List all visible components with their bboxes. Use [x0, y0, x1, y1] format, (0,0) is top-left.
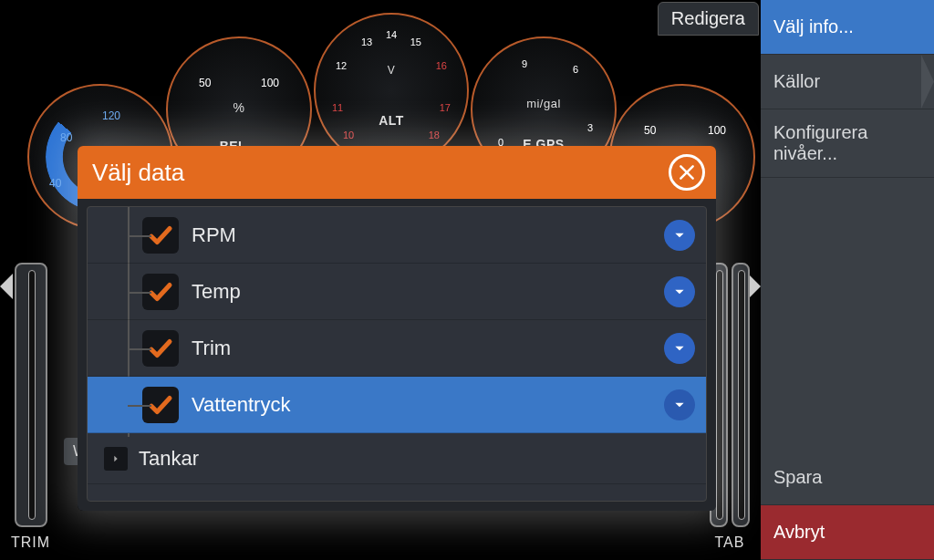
gauge-tick: 100: [708, 124, 726, 137]
list-item-vattentryck[interactable]: Vattentryck: [88, 377, 706, 433]
gauge-tick: 80: [60, 131, 72, 144]
check-icon: [147, 278, 174, 306]
data-list[interactable]: RPM Temp: [87, 206, 707, 502]
app-stage: PSI 40 80 120 % BEL... 50 100 V ALT 10 1…: [0, 0, 934, 560]
sidebar-item-label: Avbryt: [773, 522, 825, 543]
tab-bar-label: TAB: [715, 534, 745, 551]
gauge-tick: 40: [49, 177, 61, 190]
checkbox[interactable]: [142, 330, 179, 367]
dropdown-button[interactable]: [664, 220, 695, 251]
trim-bar[interactable]: [15, 263, 47, 527]
chevron-right-icon: [111, 454, 120, 463]
gauge-tick: 17: [440, 102, 451, 113]
trim-bar-group: TRIM: [11, 263, 50, 551]
dialog-header: Välj data: [78, 146, 716, 199]
check-icon: [147, 391, 174, 419]
dialog-title: Välj data: [92, 159, 184, 187]
cancel-button[interactable]: Avbryt: [761, 505, 934, 560]
save-button[interactable]: Spara: [761, 451, 934, 505]
checkbox[interactable]: [142, 217, 179, 254]
dropdown-button[interactable]: [664, 333, 695, 364]
scroll-right-icon[interactable]: [748, 274, 761, 299]
expand-button[interactable]: [104, 447, 128, 471]
gauge-tick: 18: [429, 130, 440, 140]
chevron-down-icon: [673, 342, 686, 355]
chevron-down-icon: [673, 285, 686, 298]
dropdown-button[interactable]: [664, 276, 695, 307]
gauge-tick: 15: [410, 36, 421, 47]
gauge-tick: 16: [436, 60, 447, 71]
gauge-alt: V ALT 10 11 12 13 14 15 16 17 18: [314, 13, 469, 168]
gauge-tick: 11: [332, 102, 343, 113]
list-item-label: Vattentryck: [192, 393, 664, 417]
checkbox[interactable]: [142, 387, 179, 423]
chevron-down-icon: [673, 229, 686, 242]
gauge-alt-label: ALT: [316, 113, 467, 128]
dialog-body: RPM Temp: [78, 199, 716, 511]
list-item-temp[interactable]: Temp: [88, 264, 706, 320]
close-button[interactable]: [669, 154, 705, 191]
sidebar-item-kallor[interactable]: Källor: [761, 55, 934, 109]
gauge-unit: %: [168, 100, 310, 115]
gauge-tick: 14: [316, 29, 467, 40]
sidebar-item-valj-info[interactable]: Välj info...: [761, 0, 934, 55]
gauge-tick: 9: [522, 58, 527, 69]
gauge-tick: 120: [102, 109, 120, 122]
sidebar-item-label: Välj info...: [773, 16, 854, 37]
edit-tab[interactable]: Redigera: [658, 2, 759, 36]
sidebar-item-konfigurera[interactable]: Konfigurera nivåer...: [761, 109, 934, 178]
list-item-trim[interactable]: Trim: [88, 320, 706, 377]
gauge-tick: 50: [644, 124, 656, 137]
trim-bar-label: TRIM: [11, 534, 50, 551]
chevron-down-icon: [673, 399, 686, 411]
list-item-label: RPM: [192, 223, 664, 247]
checkbox[interactable]: [142, 274, 179, 310]
list-group-label: Tankar: [139, 447, 695, 471]
check-icon: [147, 335, 174, 362]
sidebar: Välj info... Källor Konfigurera nivåer..…: [761, 0, 934, 560]
list-item-label: Temp: [192, 280, 664, 304]
close-icon: [678, 163, 696, 181]
gauge-tick: 3: [587, 122, 593, 133]
sidebar-item-label: Konfigurera nivåer...: [773, 122, 921, 164]
select-data-dialog: Välj data RPM: [78, 146, 716, 511]
list-item-rpm[interactable]: RPM: [88, 207, 706, 264]
sidebar-item-label: Källor: [773, 71, 820, 92]
sidebar-item-label: Spara: [773, 467, 822, 488]
gauge-tick: 12: [336, 60, 347, 71]
check-icon: [147, 222, 174, 249]
dropdown-button[interactable]: [664, 389, 695, 420]
gauge-tick: 100: [261, 77, 279, 89]
tab-bar-2[interactable]: [732, 263, 750, 527]
list-item-label: Trim: [192, 337, 664, 360]
gauge-tick: 50: [199, 77, 211, 89]
sidebar-spacer: [761, 178, 934, 451]
gauge-tick: 6: [573, 64, 578, 75]
gauge-tick: 10: [343, 130, 354, 140]
list-group-tankar[interactable]: Tankar: [88, 433, 706, 484]
gauge-unit: mi/gal: [472, 97, 615, 110]
